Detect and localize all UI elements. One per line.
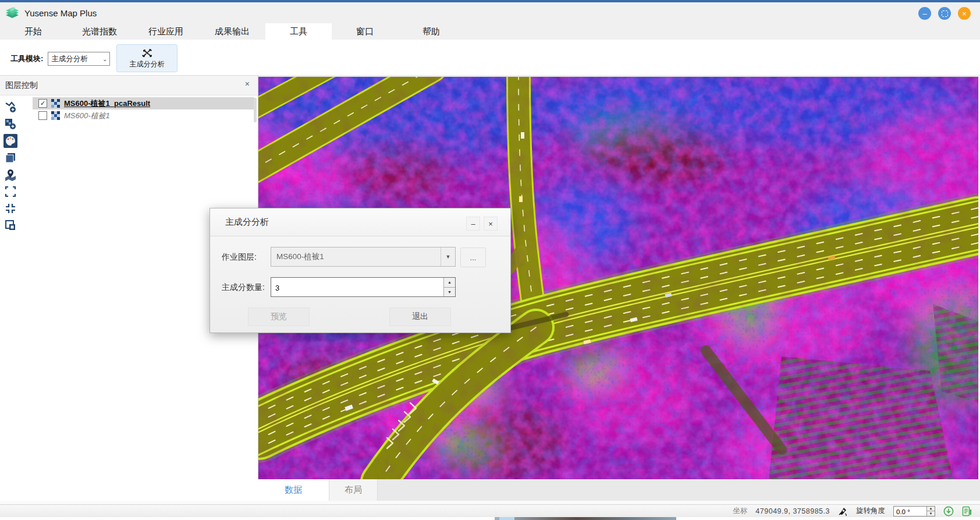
rotation-spin-buttons: ▲ ▼ <box>926 507 935 516</box>
pca-tool-button[interactable]: 主成分分析 <box>116 44 177 72</box>
full-extent-icon[interactable] <box>3 185 18 199</box>
taskbar-chip <box>499 517 514 520</box>
tab-layout-view[interactable]: 布局 <box>329 479 378 501</box>
layer-name: MS600-植被1_pcaResult <box>64 98 150 109</box>
rotation-down-button[interactable]: ▼ <box>927 511 935 516</box>
tab-spectral-index[interactable]: 光谱指数 <box>66 23 133 40</box>
component-count-label: 主成分数量: <box>222 282 265 293</box>
pca-axes-icon <box>141 48 153 58</box>
browse-button[interactable]: ... <box>460 247 486 267</box>
tab-tools[interactable]: 工具 <box>265 23 332 40</box>
app-title: Yusense Map Plus <box>24 8 97 18</box>
spin-down-button[interactable]: ▼ <box>444 288 455 297</box>
tab-industry-apps[interactable]: 行业应用 <box>133 23 199 40</box>
taskbar-peek <box>495 517 676 520</box>
chevron-down-icon: ⌄ <box>102 56 107 62</box>
tab-help[interactable]: 帮助 <box>398 23 464 40</box>
layer-checkbox-checked[interactable]: ✓ <box>38 99 47 108</box>
work-layer-label: 作业图层: <box>222 252 257 263</box>
tab-window[interactable]: 窗口 <box>332 23 398 40</box>
rotation-input[interactable] <box>894 507 928 517</box>
status-bar: 坐标 479049.9, 3758985.3 旋转角度 ▲ ▼ <box>0 504 980 517</box>
tool-module-label: 工具模块: <box>10 54 43 64</box>
tool-module-select[interactable]: 主成分分析 ⌄ <box>48 52 110 66</box>
tool-module-value: 主成分分析 <box>51 54 88 64</box>
swipe-compare-icon[interactable] <box>3 218 18 232</box>
dialog-close-button[interactable]: × <box>484 217 498 231</box>
minimize-button[interactable]: – <box>918 7 931 20</box>
coordinate-value: 479049.9, 3758985.3 <box>755 507 830 515</box>
spin-up-button[interactable]: ▲ <box>444 278 455 288</box>
component-count-input[interactable] <box>271 278 443 298</box>
center-view-icon[interactable] <box>3 201 18 215</box>
raster-layer-icon <box>51 99 60 108</box>
dialog-minimize-icon: – <box>471 220 475 228</box>
app-logo-icon <box>5 5 20 20</box>
rotation-label: 旋转角度 <box>856 506 885 516</box>
raster-layer-icon <box>51 111 60 120</box>
download-progress-icon[interactable] <box>943 506 954 517</box>
close-button[interactable]: × <box>958 7 971 20</box>
preview-button[interactable]: 预览 <box>248 307 310 326</box>
bottom-edge-strip <box>0 517 980 520</box>
layer-tool-strip <box>0 95 27 328</box>
close-icon: × <box>962 10 967 17</box>
locate-pin-icon[interactable] <box>3 168 18 182</box>
work-layer-value: MS600-植被1 <box>276 252 324 262</box>
symbology-palette-icon[interactable] <box>3 134 18 148</box>
pca-button-label: 主成分分析 <box>130 59 165 69</box>
title-bar: Yusense Map Plus – × <box>0 2 980 23</box>
panel-scrollbar[interactable] <box>254 98 257 122</box>
layer-checkbox-unchecked[interactable] <box>38 111 47 120</box>
exit-button[interactable]: 退出 <box>389 307 451 326</box>
layer-name: MS600-植被1 <box>64 111 110 121</box>
layer-panel-title: 图层控制 <box>5 80 38 91</box>
tools-ribbon-content: 工具模块: 主成分分析 ⌄ 主成分分析 <box>0 40 980 76</box>
minimize-glyph: – <box>922 10 926 17</box>
pca-dialog-title: 主成分分析 <box>225 217 269 228</box>
map-view-tabs: 数据 布局 <box>258 479 980 501</box>
layer-list: ✓ MS600-植被1_pcaResult MS600-植被1 <box>33 97 254 122</box>
layer-row-pca-result[interactable]: ✓ MS600-植被1_pcaResult <box>33 97 254 109</box>
measure-pen-icon[interactable] <box>838 506 848 516</box>
coordinate-label: 坐标 <box>733 506 747 516</box>
panel-close-icon[interactable]: × <box>245 80 250 88</box>
rotation-up-button[interactable]: ▲ <box>927 507 935 512</box>
tab-start[interactable]: 开始 <box>0 23 66 40</box>
component-count-spinbox: ▲ ▼ <box>271 277 456 297</box>
add-vector-icon[interactable] <box>3 100 18 114</box>
pca-dialog-titlebar[interactable]: 主成分分析 – × <box>210 208 510 236</box>
copy-layers-icon[interactable] <box>3 151 18 165</box>
tab-data-view[interactable]: 数据 <box>258 479 329 501</box>
log-document-icon[interactable] <box>962 506 972 517</box>
layer-panel-header: 图层控制 × <box>0 76 258 95</box>
ribbon-tab-bar: 开始 光谱指数 行业应用 成果输出 工具 窗口 帮助 <box>0 23 980 40</box>
spin-buttons: ▲ ▼ <box>443 278 455 296</box>
add-raster-icon[interactable] <box>3 117 18 131</box>
pca-dialog: 主成分分析 – × 作业图层: MS600-植被1 ▼ ... 主成分数量: ▲… <box>210 208 511 333</box>
maximize-icon <box>942 10 948 17</box>
dialog-minimize-button[interactable]: – <box>466 217 480 231</box>
dialog-close-icon: × <box>488 220 493 228</box>
chevron-down-icon: ▼ <box>441 247 455 266</box>
work-layer-select[interactable]: MS600-植被1 ▼ <box>271 247 456 267</box>
rotation-spinbox: ▲ ▼ <box>893 506 935 517</box>
layer-row-source[interactable]: MS600-植被1 <box>33 109 254 122</box>
application-window: Yusense Map Plus – × 开始 光谱指数 行业应用 成果输出 工… <box>0 0 980 520</box>
maximize-button[interactable] <box>938 7 951 20</box>
tab-output[interactable]: 成果输出 <box>199 23 265 40</box>
